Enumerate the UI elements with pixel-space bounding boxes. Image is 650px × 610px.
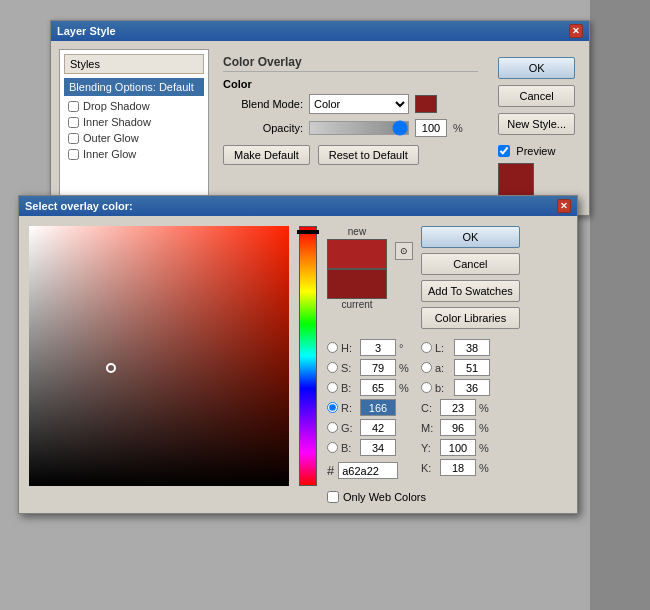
- hex-input[interactable]: [338, 462, 398, 479]
- new-style-button[interactable]: New Style...: [498, 113, 575, 135]
- blue-input[interactable]: [360, 439, 396, 456]
- hsb-rgb-fields: H: ° S: % B: %: [327, 339, 411, 479]
- layer-style-close-button[interactable]: ✕: [569, 24, 583, 38]
- blending-options-item[interactable]: Blending Options: Default: [64, 78, 204, 96]
- a-field-row: a:: [421, 359, 491, 376]
- c-label: C:: [421, 402, 437, 414]
- hue-slider-track[interactable]: [299, 226, 317, 486]
- opacity-unit: %: [453, 122, 465, 134]
- opacity-label: Opacity:: [223, 122, 303, 134]
- red-input[interactable]: [360, 399, 396, 416]
- a-radio[interactable]: [421, 362, 432, 373]
- y-input[interactable]: [440, 439, 476, 456]
- green-field-row: G:: [327, 419, 411, 436]
- green-input[interactable]: [360, 419, 396, 436]
- styles-panel-header: Styles: [64, 54, 204, 74]
- brightness-unit: %: [399, 382, 411, 394]
- inner-glow-item[interactable]: Inner Glow: [64, 146, 204, 162]
- inner-shadow-checkbox[interactable]: [68, 117, 79, 128]
- brightness-field-row: B: %: [327, 379, 411, 396]
- blend-mode-select[interactable]: Color: [309, 94, 409, 114]
- l-label: L:: [435, 342, 451, 354]
- add-to-swatches-button[interactable]: Add To Swatches: [421, 280, 520, 302]
- only-web-colors-row: Only Web Colors: [327, 491, 567, 503]
- outer-glow-checkbox[interactable]: [68, 133, 79, 144]
- make-default-button[interactable]: Make Default: [223, 145, 310, 165]
- color-picker-body: new current ⊙ OK Cancel Add To Swatches …: [19, 216, 577, 513]
- c-unit: %: [479, 402, 491, 414]
- saturation-radio[interactable]: [327, 362, 338, 373]
- l-input[interactable]: [454, 339, 490, 356]
- blend-mode-row: Blend Mode: Color: [223, 94, 478, 114]
- b3-radio[interactable]: [421, 382, 432, 393]
- red-field-row: R:: [327, 399, 411, 416]
- new-color-swatch: [327, 239, 387, 269]
- b3-input[interactable]: [454, 379, 490, 396]
- color-picker-dialog: Select overlay color: ✕ new current: [18, 195, 578, 514]
- color-gradient-area[interactable]: [29, 226, 289, 486]
- opacity-row: Opacity: %: [223, 119, 478, 137]
- k-field-row: K: %: [421, 459, 491, 476]
- outer-glow-item[interactable]: Outer Glow: [64, 130, 204, 146]
- a-input[interactable]: [454, 359, 490, 376]
- green-radio[interactable]: [327, 422, 338, 433]
- saturation-input[interactable]: [360, 359, 396, 376]
- hue-slider-thumb: [297, 230, 319, 234]
- red-radio[interactable]: [327, 402, 338, 413]
- drop-shadow-item[interactable]: Drop Shadow: [64, 98, 204, 114]
- hue-slider-container[interactable]: [299, 226, 317, 486]
- y-label: Y:: [421, 442, 437, 454]
- opacity-input[interactable]: [415, 119, 447, 137]
- right-background: [590, 0, 650, 610]
- color-picker-titlebar: Select overlay color: ✕: [19, 196, 577, 216]
- color-fields: H: ° S: % B: %: [327, 339, 567, 479]
- opacity-slider[interactable]: [309, 121, 409, 135]
- preview-checkbox[interactable]: [498, 145, 510, 157]
- m-label: M:: [421, 422, 437, 434]
- color-overlay-swatch[interactable]: [415, 95, 437, 113]
- brightness-label: B:: [341, 382, 357, 394]
- layer-style-right-buttons: OK Cancel New Style... Preview: [492, 49, 581, 207]
- blue-field-row: B:: [327, 439, 411, 456]
- c-input[interactable]: [440, 399, 476, 416]
- c-field-row: C: %: [421, 399, 491, 416]
- inner-shadow-item[interactable]: Inner Shadow: [64, 114, 204, 130]
- color-gradient-square[interactable]: [29, 226, 289, 486]
- brightness-radio[interactable]: [327, 382, 338, 393]
- b3-label: b:: [435, 382, 451, 394]
- color-picker-title: Select overlay color:: [25, 200, 133, 212]
- drop-shadow-checkbox[interactable]: [68, 101, 79, 112]
- current-color-label: current: [341, 299, 372, 310]
- preview-label: Preview: [516, 145, 555, 157]
- color-picker-right: new current ⊙ OK Cancel Add To Swatches …: [327, 226, 567, 503]
- eyedropper-button[interactable]: ⊙: [395, 242, 413, 260]
- a-label: a:: [435, 362, 451, 374]
- default-buttons-group: Make Default Reset to Default: [223, 145, 478, 165]
- color-libraries-button[interactable]: Color Libraries: [421, 307, 520, 329]
- color-picker-ok-button[interactable]: OK: [421, 226, 520, 248]
- l-radio[interactable]: [421, 342, 432, 353]
- hue-input[interactable]: [360, 339, 396, 356]
- y-unit: %: [479, 442, 491, 454]
- color-preview-area: new current: [327, 226, 387, 312]
- m-input[interactable]: [440, 419, 476, 436]
- only-web-colors-label: Only Web Colors: [343, 491, 426, 503]
- hex-label: #: [327, 463, 334, 478]
- inner-glow-checkbox[interactable]: [68, 149, 79, 160]
- color-picker-action-buttons: OK Cancel Add To Swatches Color Librarie…: [421, 226, 520, 329]
- blue-radio[interactable]: [327, 442, 338, 453]
- hue-radio[interactable]: [327, 342, 338, 353]
- layer-style-ok-button[interactable]: OK: [498, 57, 575, 79]
- preview-swatch: [498, 163, 534, 199]
- new-color-label: new: [348, 226, 366, 237]
- brightness-input[interactable]: [360, 379, 396, 396]
- k-input[interactable]: [440, 459, 476, 476]
- color-picker-cancel-button[interactable]: Cancel: [421, 253, 520, 275]
- color-overlay-panel: Color Overlay Color Blend Mode: Color Op…: [217, 49, 484, 207]
- layer-style-cancel-button[interactable]: Cancel: [498, 85, 575, 107]
- gradient-cursor: [106, 363, 116, 373]
- color-picker-close-button[interactable]: ✕: [557, 199, 571, 213]
- blend-mode-label: Blend Mode:: [223, 98, 303, 110]
- only-web-colors-checkbox[interactable]: [327, 491, 339, 503]
- reset-to-default-button[interactable]: Reset to Default: [318, 145, 419, 165]
